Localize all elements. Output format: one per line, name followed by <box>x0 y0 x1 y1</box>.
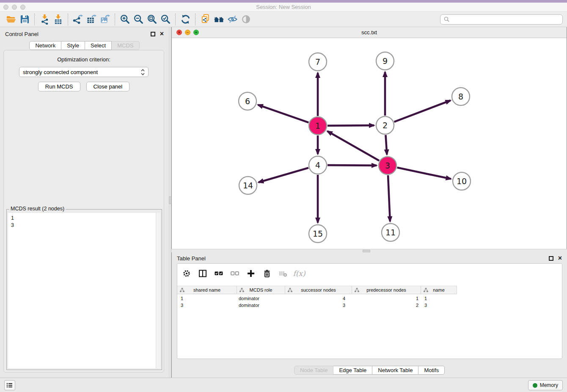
close-panel-button[interactable]: Close panel <box>86 82 130 91</box>
cell-shared-name[interactable]: 3 <box>177 302 237 309</box>
tab-style[interactable]: Style <box>61 41 85 50</box>
export-image-icon <box>100 14 110 25</box>
cell-predecessor-nodes[interactable]: 1 <box>352 295 421 302</box>
import-network-icon <box>39 14 50 25</box>
settings-button[interactable] <box>182 268 192 279</box>
graph-node-label-11: 11 <box>385 228 396 237</box>
export-image-button[interactable] <box>98 13 112 26</box>
table-row[interactable]: 1dominator411 <box>177 295 562 302</box>
graph-node-label-4: 4 <box>315 160 320 170</box>
graph-edge-2-3[interactable] <box>385 135 387 155</box>
search-input[interactable] <box>452 16 559 22</box>
split-columns-button[interactable] <box>198 268 208 279</box>
tab-select[interactable]: Select <box>85 41 112 50</box>
zoom-in-button[interactable] <box>118 13 132 26</box>
cell-successor-nodes[interactable]: 4 <box>285 295 352 302</box>
column-header-name[interactable]: name <box>421 286 457 294</box>
home-view-icon <box>214 14 224 25</box>
graph-edge-4-14[interactable] <box>259 168 308 182</box>
select-all-columns-button[interactable] <box>214 268 224 279</box>
column-header-shared-name[interactable]: shared name <box>177 286 237 294</box>
split-columns-icon <box>198 269 207 278</box>
select-all-columns-icon <box>215 269 223 278</box>
control-panel-title: Control Panel <box>5 31 39 37</box>
tab-motifs[interactable]: Motifs <box>418 366 445 375</box>
import-table-icon <box>53 14 63 25</box>
cell-MCDS-role[interactable]: dominator <box>237 302 285 309</box>
list-icon <box>6 382 13 388</box>
graph-edge-4-3[interactable] <box>328 165 377 166</box>
main-toolbar <box>0 12 567 27</box>
refresh-layout-button[interactable] <box>179 13 192 26</box>
table-row[interactable]: 3dominator323 <box>177 302 562 309</box>
network-canvas[interactable]: 1234678910111415 <box>172 38 567 249</box>
status-bar: Memory <box>0 378 567 392</box>
control-panel-float-icon[interactable] <box>151 32 155 36</box>
column-sort-icon <box>180 288 184 293</box>
cell-successor-nodes[interactable]: 3 <box>285 302 352 309</box>
home-view-button[interactable] <box>212 13 226 26</box>
task-history-button[interactable] <box>4 380 15 390</box>
toolbar-separator <box>34 14 35 25</box>
preview-disabled-button <box>239 13 253 26</box>
cell-MCDS-role[interactable]: dominator <box>237 295 285 302</box>
column-header-predecessor-nodes[interactable]: predecessor nodes <box>352 286 421 294</box>
deselect-all-columns-button[interactable] <box>230 268 240 279</box>
add-column-button[interactable] <box>246 268 256 279</box>
export-table-button[interactable] <box>85 13 98 26</box>
zoom-fit-button[interactable] <box>145 13 159 26</box>
hide-graphics-button[interactable] <box>226 13 239 26</box>
tab-edge-table[interactable]: Edge Table <box>333 366 372 375</box>
cell-shared-name[interactable]: 1 <box>177 295 237 302</box>
add-column-icon <box>247 269 255 278</box>
graph-edge-3-10[interactable] <box>397 168 451 179</box>
window-titlebar: Session: New Session <box>0 3 567 12</box>
table-toolbar: f(x) <box>182 266 304 281</box>
open-session-button[interactable] <box>4 13 18 26</box>
export-network-button[interactable] <box>71 13 85 26</box>
import-table-button[interactable] <box>51 13 65 26</box>
graph-edge-3-11[interactable] <box>388 175 390 221</box>
memory-button[interactable]: Memory <box>528 380 563 390</box>
table-panel-float-icon[interactable] <box>549 256 553 261</box>
horizontal-splitter[interactable] <box>171 249 567 252</box>
mcds-result-scrollbar[interactable] <box>156 213 160 368</box>
save-session-button[interactable] <box>18 13 31 26</box>
control-panel-close-icon[interactable]: × <box>160 31 164 37</box>
delete-column-icon <box>263 269 271 278</box>
duplicate-network-icon <box>200 14 211 25</box>
duplicate-network-button[interactable] <box>198 13 212 26</box>
tab-network[interactable]: Network <box>29 41 61 50</box>
network-view-window: × − + scc.txt 1234678910111415 <box>171 27 567 249</box>
graph-node-label-6: 6 <box>245 97 250 106</box>
tab-mcds[interactable]: MCDS <box>112 41 139 50</box>
graph-edge-1-6[interactable] <box>258 105 309 123</box>
node-table-container: f(x) shared nameMCDS rolesuccessor nodes… <box>177 263 562 359</box>
search-box[interactable] <box>440 14 563 25</box>
graph-node-label-9: 9 <box>383 56 388 66</box>
criterion-dropdown[interactable]: strongly connected component <box>19 67 149 77</box>
delete-column-button[interactable] <box>262 268 272 279</box>
preview-disabled-icon <box>241 14 251 25</box>
zoom-out-button[interactable] <box>132 13 145 26</box>
table-panel-close-icon[interactable]: × <box>558 255 562 261</box>
main-toolbar-groups <box>4 13 253 26</box>
mcds-result-group: MCDS result (2 nodes) 13 <box>6 209 162 370</box>
cell-name[interactable]: 1 <box>421 295 457 302</box>
mcds-panel: Optimization criterion: strongly connect… <box>3 50 164 373</box>
cell-name[interactable]: 3 <box>421 302 457 309</box>
graph-edge-2-8[interactable] <box>394 100 451 122</box>
tab-node-table[interactable]: Node Table <box>294 366 334 375</box>
graph-edge-3-1[interactable] <box>328 131 379 161</box>
import-network-button[interactable] <box>38 13 51 26</box>
column-header-successor-nodes[interactable]: successor nodes <box>285 286 352 294</box>
column-header-MCDS-role[interactable]: MCDS role <box>237 286 285 294</box>
tab-network-table[interactable]: Network Table <box>372 366 418 375</box>
column-header-label: name <box>433 287 445 293</box>
run-mcds-button[interactable]: Run MCDS <box>38 82 80 91</box>
graph-edge-1-2[interactable] <box>328 125 374 126</box>
cell-predecessor-nodes[interactable]: 2 <box>352 302 421 309</box>
mcds-result-title: MCDS result (2 nodes) <box>9 206 66 212</box>
graph-node-label-7: 7 <box>315 57 320 66</box>
zoom-selected-button[interactable] <box>159 13 172 26</box>
